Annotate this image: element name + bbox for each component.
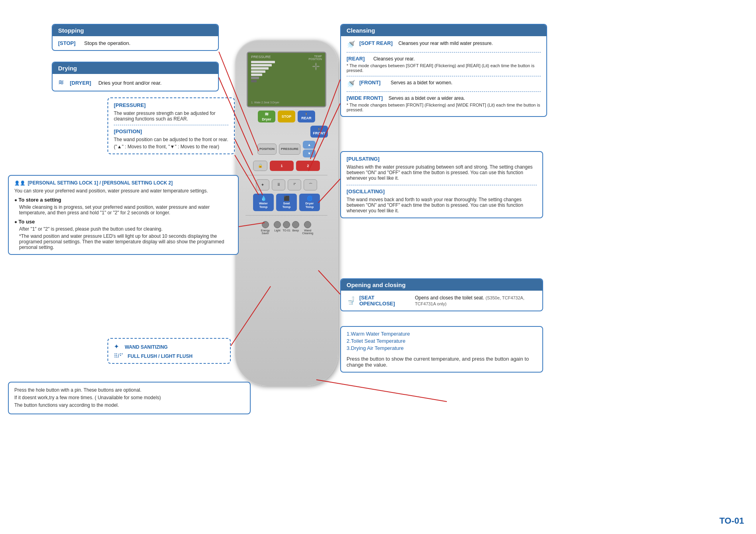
flush-light-button[interactable]: ⠋ [288, 179, 301, 190]
stopping-box: Stopping [STOP] Stops the operation. [52, 24, 219, 51]
sanitize-button[interactable]: ✦ [256, 179, 269, 190]
fan-icon [310, 60, 322, 72]
personal-2-button[interactable]: 2 [296, 161, 320, 171]
rear-desc: Cleanses your rear. [373, 56, 415, 62]
temp-desc: Press the button to show the current tem… [347, 356, 537, 368]
remote-row-2: 🚶 FRONT [241, 126, 332, 138]
oscillate-up-button[interactable]: ▲ [303, 141, 316, 149]
light-button[interactable]: Light [274, 221, 281, 235]
beep-label: Beep [292, 229, 299, 232]
seat-open-button[interactable]: ⌒ [304, 179, 317, 190]
screen-pressure-label: PRESSURE [251, 55, 271, 59]
pin-box: Press the hole button with a pin. These … [8, 382, 251, 414]
front-label: [FRONT] [359, 80, 380, 85]
temp-line3: 3.Drying Air Temperature [347, 345, 537, 351]
rear-button[interactable]: 🚶 REAR [298, 111, 315, 122]
use-desc2: *The wand position and water pressure LE… [14, 233, 232, 250]
rear-note: * The mode changes between [SOFT REAR] (… [347, 63, 541, 73]
remote-row-5: ✦ ⠿ ⠋ ⌒ [241, 179, 332, 190]
personal-desc: You can store your preferred wand positi… [14, 188, 232, 194]
front-button[interactable]: 🚶 FRONT [310, 126, 328, 138]
seat-temp-button[interactable]: ⬛ Seat Temp [276, 194, 297, 211]
pressure-bar-2 [251, 64, 272, 66]
to01-dot [283, 221, 290, 228]
store-desc: While cleansing is in progress, set your… [14, 204, 232, 216]
energy-saver-dot [262, 221, 269, 228]
beep-dot [292, 221, 299, 228]
energy-saver-button[interactable]: Energy Saver [258, 221, 272, 235]
remote-row-4: 🔒 1 2 [241, 161, 332, 171]
to01-label: TO-01 [283, 229, 290, 232]
pressure-bar-6 [251, 77, 259, 79]
seat-open-close-desc: Opens and closes the toilet seat. [415, 295, 484, 301]
remote-row-1: ≋ Dryer STOP 🚶 REAR [241, 111, 332, 122]
remote-screen: PRESSURE TEMP POSITION [247, 52, 326, 107]
energy-saver-label: Energy Saver [258, 229, 272, 235]
front-icon: 🚿 [347, 80, 355, 88]
personal-setting-box: 👤👤 [PERSONAL SETTING LOCK 1] / [PERSONAL… [8, 175, 239, 255]
store-title: To store a setting [19, 197, 61, 203]
oscillating-label: [OSCILLATING] [347, 188, 385, 194]
remote-row-3: POSITION PRESSURE ▲ ▼ [241, 141, 332, 157]
light-label: Light [275, 229, 281, 232]
page-footer: TO-01 [719, 516, 744, 526]
pressure-bar-5 [251, 74, 262, 76]
remote-bottom-row: Energy Saver Light TO-01 Beep Wand Clean… [241, 221, 332, 235]
cleansing-header: Cleansing [341, 25, 546, 36]
position-label: POSITION [309, 58, 322, 60]
temp-line1: 1.Warm Water Temperature [347, 331, 537, 337]
pressure-desc: The water pressure strength can be adjus… [114, 111, 228, 122]
rear-label: [REAR] [347, 56, 365, 62]
remote-divider-2 [246, 215, 327, 216]
dryer-button[interactable]: ≋ Dryer [258, 111, 275, 122]
opening-closing-header: Opening and closing [341, 279, 542, 291]
stopping-header: Stopping [53, 25, 218, 36]
flush-full-button[interactable]: ⠿ [272, 179, 285, 190]
pin-text: Press the hole button with a pin. These … [14, 386, 244, 410]
water-temp-button[interactable]: 💧 Water Temp [253, 194, 274, 211]
drying-body: ≋ [DRYER] Dries your front and/or rear. [53, 74, 218, 91]
wide-front-desc: Serves as a bidet over a wider area. [388, 95, 465, 101]
oscillating-desc: The wand moves back and forth to wash yo… [347, 197, 537, 214]
pressure-bar-7 [251, 80, 257, 82]
svg-line-10 [316, 380, 447, 402]
position-button[interactable]: POSITION [257, 144, 277, 155]
temp-label: TEMP [309, 55, 322, 58]
cleansing-box: Cleansing 🚿 [SOFT REAR] Cleanses your re… [340, 24, 547, 117]
position-desc: The wand position can be adjusted to the… [114, 137, 228, 142]
drying-header: Drying [53, 62, 218, 74]
temp-box: 1.Warm Water Temperature 2.Toilet Seat T… [340, 326, 543, 373]
position-label-text: [POSITION] [114, 128, 142, 134]
opening-closing-body: 🚽 [SEAT OPEN/CLOSE] Opens and closes the… [341, 291, 542, 311]
remote-row-6: 💧 Water Temp ⬛ Seat Temp 🌀 Dryer Temp [241, 194, 332, 211]
stop-label: [STOP] [58, 40, 76, 46]
cleansing-body: 🚿 [SOFT REAR] Cleanses your rear with mi… [341, 36, 546, 116]
pulsating-label: [PULSATING] [347, 156, 380, 162]
use-desc1: After "1" or "2" is pressed, please push… [14, 226, 232, 232]
pressure-button[interactable]: PRESSURE [279, 144, 300, 155]
oscillate-down-button[interactable]: ▼ [303, 150, 316, 157]
wand-cleaning-button[interactable]: Wand Cleaning [301, 221, 315, 235]
stopping-body: [STOP] Stops the operation. [53, 36, 218, 50]
seat-open-close-label: [SEAT OPEN/CLOSE] [359, 295, 404, 307]
front-note: * The mode changes between [FRONT] (Flic… [347, 103, 541, 112]
position-note: ("▲" : Moves to the front, "▼" : Moves t… [114, 144, 228, 150]
to01-button[interactable]: TO-01 [283, 221, 290, 235]
dryer-label: [DRYER] [70, 80, 91, 86]
beep-button[interactable]: Beep [292, 221, 299, 235]
stop-button[interactable]: STOP [278, 111, 295, 122]
pressure-label: [PRESSURE] [114, 102, 146, 108]
dryer-temp-button[interactable]: 🌀 Dryer Temp [299, 194, 320, 211]
temp-line2: 2.Toilet Seat Temperature [347, 338, 537, 344]
remote-control: PRESSURE TEMP POSITION [235, 40, 338, 386]
lock-icon-button[interactable]: 🔒 [253, 161, 267, 171]
wand-cleaning-label: Wand Cleaning [301, 229, 315, 235]
page-container: PRESSURE TEMP POSITION [0, 0, 756, 534]
personal-1-button[interactable]: 1 [270, 161, 294, 171]
pressure-position-box: [PRESSURE] The water pressure strength c… [107, 97, 235, 154]
dryer-desc: Dries your front and/or rear. [98, 80, 162, 86]
personal-title: [PERSONAL SETTING LOCK 1] / [PERSONAL SE… [28, 180, 173, 186]
flush-label: FULL FLUSH / LIGHT FLUSH [128, 353, 193, 359]
soft-rear-icon: 🚿 [347, 40, 355, 49]
wand-label: WAND SANITIZING [125, 344, 168, 350]
